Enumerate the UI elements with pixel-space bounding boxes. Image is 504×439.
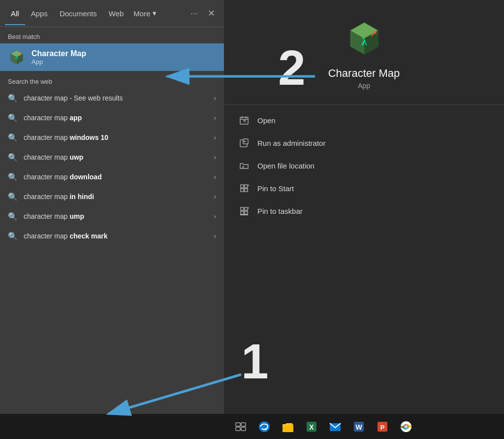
svg-text:W: W [355,423,362,431]
search-icon-5: 🔍 [8,172,18,182]
taskbar-edge[interactable] [253,416,275,438]
tab-apps[interactable]: Apps [25,2,54,25]
search-icon-4: 🔍 [8,152,18,162]
app-detail-icon: λ ↗ [345,20,384,59]
more-options-button[interactable]: ··· [187,4,202,23]
taskbar-taskview[interactable] [230,416,252,438]
svg-rect-34 [241,427,246,431]
taskbar-excel[interactable]: X [301,416,322,438]
result-text-2: character map app [24,114,208,122]
chevron-right-icon-7: › [214,212,216,220]
result-text: character map - See web results [24,94,208,102]
svg-text:↗: ↗ [18,52,22,57]
action-pin-start[interactable]: Pin to Start [224,177,504,200]
chevron-right-icon-5: › [214,173,216,181]
result-text-8: character map check mark [24,232,208,240]
search-panel: All Apps Documents Web More ▾ ··· ✕ Best… [0,0,224,414]
taskbar-powerpoint[interactable]: P [372,416,393,438]
app-icon-small: λ ↗ [8,48,26,66]
action-list: Open Run as administrator [224,105,504,226]
right-panel: λ ↗ Character Map App Open [224,0,504,414]
svg-text:P: P [380,424,385,431]
result-item-checkmark[interactable]: 🔍 character map check mark › [0,226,224,246]
action-pin-start-label: Pin to Start [257,184,294,193]
svg-rect-27 [241,211,244,214]
taskbar: X W P [0,414,504,439]
chevron-down-icon: ▾ [153,9,157,18]
svg-rect-28 [245,211,248,214]
best-match-subtitle: App [32,58,86,66]
svg-text:λ: λ [361,35,367,48]
result-text-4: character map uwp [24,153,208,161]
web-label: Search the web [0,71,224,88]
app-detail-title: Character Map [328,67,400,80]
svg-text:↗: ↗ [369,29,377,38]
result-item-web[interactable]: 🔍 character map - See web results › [0,88,224,108]
svg-rect-36 [283,424,293,432]
tab-bar: All Apps Documents Web More ▾ ··· ✕ [0,0,224,27]
result-item-hindi[interactable]: 🔍 character map in hindi › [0,187,224,206]
svg-rect-22 [241,189,244,192]
result-item-app[interactable]: 🔍 character map app › [0,108,224,128]
action-pin-taskbar[interactable]: Pin to taskbar [224,200,504,222]
result-text-7: character map ump [24,212,208,220]
taskbar-chrome[interactable] [395,416,417,438]
best-match-label: Best match [0,27,224,43]
svg-rect-31 [236,423,240,426]
chevron-right-icon-3: › [214,134,216,141]
action-run-admin-label: Run as administrator [257,139,325,147]
tab-all[interactable]: All [5,2,25,25]
action-pin-taskbar-label: Pin to taskbar [257,207,303,215]
result-text-6: character map in hindi [24,193,208,201]
result-text-5: character map download [24,173,208,181]
svg-rect-33 [236,427,240,431]
tab-more[interactable]: More ▾ [129,1,160,25]
search-icon-2: 🔍 [8,113,18,123]
chevron-right-icon-4: › [214,153,216,161]
svg-rect-25 [241,207,244,210]
chevron-right-icon-8: › [214,232,216,240]
svg-rect-32 [241,423,246,426]
action-run-admin[interactable]: Run as administrator [224,132,504,154]
best-match-text: Character Map App [32,49,86,66]
pin-taskbar-icon [239,205,250,216]
search-icon-3: 🔍 [8,133,18,142]
svg-rect-23 [245,189,248,192]
pin-start-icon [239,183,250,194]
best-match-item[interactable]: λ ↗ Character Map App [0,43,224,71]
action-open-file-location[interactable]: Open file location [224,154,504,177]
result-item-uwp[interactable]: 🔍 character map uwp › [0,147,224,167]
action-open-label: Open [257,116,276,125]
chevron-right-icon-6: › [214,193,216,201]
taskbar-mail[interactable] [324,416,346,438]
result-text-3: character map windows 10 [24,134,208,141]
tab-documents[interactable]: Documents [54,2,103,25]
close-button[interactable]: ✕ [204,4,219,23]
taskbar-word[interactable]: W [348,416,370,438]
chevron-right-icon: › [214,94,216,102]
action-open[interactable]: Open [224,109,504,132]
tab-web[interactable]: Web [103,2,130,25]
action-file-location-label: Open file location [257,162,315,170]
search-icon-7: 🔍 [8,211,18,221]
svg-text:X: X [309,423,314,431]
result-item-win10[interactable]: 🔍 character map windows 10 › [0,128,224,147]
best-match-title: Character Map [32,49,86,58]
svg-rect-21 [245,185,248,188]
taskbar-explorer[interactable] [277,416,299,438]
svg-rect-26 [245,207,248,210]
result-item-ump[interactable]: 🔍 character map ump › [0,206,224,226]
search-icon: 🔍 [8,93,18,103]
svg-point-47 [405,425,408,428]
result-item-download[interactable]: 🔍 character map download › [0,167,224,187]
app-detail-subtitle: App [358,82,370,90]
svg-rect-20 [241,185,244,188]
search-icon-8: 🔍 [8,231,18,241]
app-detail-header: λ ↗ Character Map App [224,0,504,105]
folder-icon [239,160,250,171]
search-icon-6: 🔍 [8,192,18,202]
admin-icon [239,137,250,148]
open-icon [239,115,250,126]
chevron-right-icon-2: › [214,114,216,122]
